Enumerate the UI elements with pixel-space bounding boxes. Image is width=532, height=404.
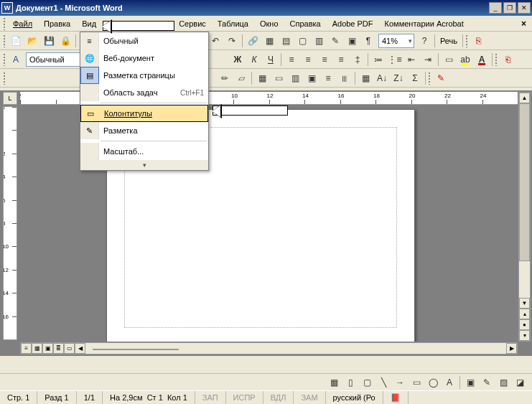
- toolbar-grip[interactable]: [3, 17, 6, 30]
- highlight-button[interactable]: ab: [457, 52, 473, 67]
- scroll-right-button[interactable]: ▶: [506, 343, 517, 354]
- excel-button[interactable]: ▢: [294, 33, 310, 49]
- scroll-up-button[interactable]: ▲: [519, 93, 530, 103]
- scroll-thumb[interactable]: [519, 103, 530, 261]
- numbered-list-button[interactable]: ≔: [370, 52, 386, 67]
- autoshapes-button[interactable]: ▢: [359, 375, 375, 390]
- distribute-cols-button[interactable]: ⫼: [337, 70, 353, 86]
- select-objects-button[interactable]: ▯: [342, 375, 358, 390]
- sort-asc-button[interactable]: A↓: [374, 70, 390, 86]
- acrobat-create-button[interactable]: ⎗: [500, 52, 515, 67]
- permissions-button[interactable]: 🔒: [57, 33, 73, 49]
- justify-button[interactable]: ≡: [333, 52, 349, 67]
- doc-close-button[interactable]: ×: [515, 19, 532, 29]
- minimize-button[interactable]: _: [489, 2, 502, 14]
- close-button[interactable]: ✕: [518, 2, 531, 14]
- menu-acrobat-comments[interactable]: Комментарии Acrobat: [379, 17, 470, 30]
- scroll-track[interactable]: [519, 103, 530, 298]
- speech-label[interactable]: Речь: [437, 37, 460, 45]
- redo-button[interactable]: ↷: [224, 33, 240, 49]
- prev-page-button[interactable]: ▴: [519, 309, 530, 319]
- show-marks-button[interactable]: ¶: [360, 33, 376, 49]
- columns-button[interactable]: ▥: [311, 33, 327, 49]
- menu-item-markup[interactable]: ✎ Разметка: [80, 122, 208, 139]
- print-view-button[interactable]: ▣: [42, 343, 53, 354]
- increase-indent-button[interactable]: ⇥: [420, 52, 436, 67]
- borders-button[interactable]: ▭: [441, 52, 457, 67]
- eraser-button[interactable]: ▱: [233, 70, 249, 86]
- menu-service[interactable]: Сервис: [173, 17, 212, 30]
- menu-expand-chevron[interactable]: ▾: [80, 160, 208, 170]
- menu-item-headers-footers[interactable]: ▭ Колонтитулы: [80, 105, 208, 122]
- tables-borders-button[interactable]: ▦: [261, 33, 277, 49]
- align-left-button[interactable]: ≡: [284, 52, 299, 67]
- oval-button[interactable]: ◯: [425, 375, 441, 390]
- menu-adobe-pdf[interactable]: Adobe PDF: [327, 17, 379, 30]
- shadow-button[interactable]: ▨: [495, 375, 511, 390]
- ruler-corner[interactable]: L: [3, 92, 17, 105]
- web-view-button[interactable]: ▦: [32, 343, 42, 354]
- insert-table-icon[interactable]: ▦: [254, 70, 270, 86]
- toolbar-grip[interactable]: [3, 72, 6, 85]
- decrease-indent-button[interactable]: ⇤: [403, 52, 419, 67]
- help-button[interactable]: ?: [416, 33, 432, 49]
- status-trk[interactable]: ИСПР: [226, 391, 263, 404]
- menu-item-normal-view[interactable]: ≡ Обычный: [80, 32, 208, 50]
- split-cells-button[interactable]: ▥: [287, 70, 303, 86]
- menu-item-page-layout[interactable]: ▤ Разметка страницы: [80, 67, 208, 84]
- horizontal-scrollbar[interactable]: ≡ ▦ ▣ ≣ ▭ ◀ ▶: [20, 342, 518, 354]
- threed-button[interactable]: ◪: [512, 375, 528, 390]
- fill-color-button[interactable]: ▣: [462, 375, 478, 390]
- outline-view-button[interactable]: ≣: [53, 343, 64, 354]
- arrow-button[interactable]: →: [392, 375, 408, 390]
- toolbar-grip[interactable]: [495, 53, 498, 66]
- select-browse-button[interactable]: ●: [519, 319, 530, 330]
- status-rec[interactable]: ЗАП: [195, 391, 226, 404]
- status-language[interactable]: русский (Ро: [326, 391, 383, 404]
- next-page-button[interactable]: ▾: [519, 330, 530, 341]
- open-button[interactable]: 📂: [24, 33, 40, 49]
- undo-button[interactable]: ↶: [207, 33, 223, 49]
- acrobat-convert-button[interactable]: ⎘: [470, 33, 486, 49]
- reading-view-button[interactable]: ▭: [64, 343, 75, 354]
- menu-window[interactable]: Окно: [254, 17, 284, 30]
- scroll-left-button[interactable]: ◀: [75, 343, 85, 354]
- sort-desc-button[interactable]: Z↓: [391, 70, 406, 86]
- menu-file[interactable]: Файл: [7, 17, 38, 30]
- menu-item-task-pane[interactable]: Область задач Ctrl+F1: [80, 84, 208, 101]
- vertical-scrollbar[interactable]: ▲ ▼ ▴ ● ▾: [518, 92, 531, 342]
- menu-item-zoom[interactable]: Масштаб...: [80, 143, 208, 160]
- toolbar-grip[interactable]: [428, 72, 431, 85]
- distribute-rows-button[interactable]: ≡: [320, 70, 336, 86]
- restore-button[interactable]: ❐: [503, 2, 516, 14]
- scroll-thumb[interactable]: [93, 349, 179, 350]
- italic-button[interactable]: К: [246, 52, 262, 67]
- bold-button[interactable]: Ж: [230, 52, 246, 67]
- underline-button[interactable]: Ч: [263, 52, 279, 67]
- status-ovr[interactable]: ЗАМ: [294, 391, 325, 404]
- status-spellcheck-icon[interactable]: 📕: [383, 391, 409, 404]
- align-right-button[interactable]: ≡: [317, 52, 332, 67]
- cell-align-button[interactable]: ▣: [304, 70, 319, 86]
- table-autoformat-button[interactable]: ▦: [358, 70, 373, 86]
- doc-map-button[interactable]: ▣: [344, 33, 360, 49]
- bulleted-list-button[interactable]: ⋮≡: [387, 52, 403, 67]
- line-spacing-button[interactable]: ‡: [350, 52, 365, 67]
- line-color-button[interactable]: ✎: [479, 375, 495, 390]
- draw-menu-button[interactable]: ▦: [326, 375, 342, 390]
- toolbar-grip[interactable]: [3, 53, 6, 66]
- rectangle-button[interactable]: ▭: [409, 375, 424, 390]
- toolbar-grip[interactable]: [3, 34, 6, 47]
- align-center-button[interactable]: ≡: [300, 52, 316, 67]
- merge-cells-button[interactable]: ▭: [271, 70, 286, 86]
- zoom-combo[interactable]: 41%: [378, 34, 414, 48]
- font-color-button[interactable]: A: [474, 52, 490, 67]
- styles-pane-button[interactable]: A: [8, 52, 24, 67]
- normal-view-button[interactable]: ≡: [21, 343, 32, 354]
- toolbar-grip[interactable]: [465, 34, 468, 47]
- save-button[interactable]: 💾: [41, 33, 57, 49]
- scroll-down-button[interactable]: ▼: [519, 298, 530, 309]
- line-button[interactable]: ╲: [375, 375, 391, 390]
- menu-help[interactable]: Справка: [284, 17, 327, 30]
- autosum-button[interactable]: Σ: [407, 70, 423, 86]
